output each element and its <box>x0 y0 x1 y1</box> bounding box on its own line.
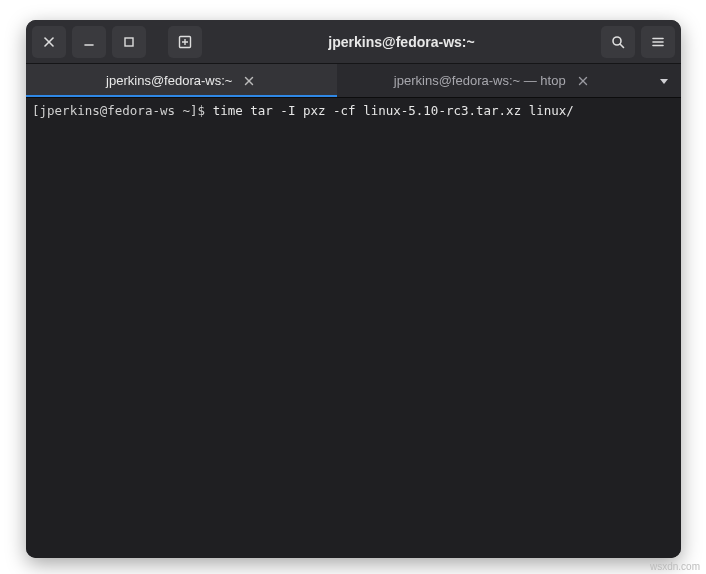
maximize-window-button[interactable] <box>112 26 146 58</box>
svg-line-8 <box>620 44 624 48</box>
minimize-window-button[interactable] <box>72 26 106 58</box>
titlebar: jperkins@fedora-ws:~ <box>26 20 681 64</box>
tab-bar: jperkins@fedora-ws:~ jperkins@fedora-ws:… <box>26 64 681 98</box>
shell-command: time tar -I pxz -cf linux-5.10-rc3.tar.x… <box>213 103 574 118</box>
watermark: wsxdn.com <box>650 561 700 572</box>
close-window-button[interactable] <box>32 26 66 58</box>
menu-button[interactable] <box>641 26 675 58</box>
tab-close-button[interactable] <box>576 74 590 88</box>
terminal-window: jperkins@fedora-ws:~ jperkins@fedora-ws:… <box>26 20 681 558</box>
tab-1[interactable]: jperkins@fedora-ws:~ <box>26 64 337 97</box>
close-icon <box>578 76 588 86</box>
terminal-output[interactable]: [jperkins@fedora-ws ~]$ time tar -I pxz … <box>26 98 681 558</box>
tab-label: jperkins@fedora-ws:~ — htop <box>394 73 566 88</box>
hamburger-icon <box>651 35 665 49</box>
close-icon <box>244 76 254 86</box>
window-title: jperkins@fedora-ws:~ <box>208 34 595 50</box>
search-button[interactable] <box>601 26 635 58</box>
maximize-icon <box>123 36 135 48</box>
minimize-icon <box>83 36 95 48</box>
new-tab-icon <box>178 35 192 49</box>
chevron-down-icon <box>658 75 670 87</box>
shell-prompt: [jperkins@fedora-ws ~]$ <box>32 103 213 118</box>
tab-label: jperkins@fedora-ws:~ <box>106 73 232 88</box>
tab-menu-button[interactable] <box>647 64 681 97</box>
search-icon <box>611 35 625 49</box>
new-tab-button[interactable] <box>168 26 202 58</box>
svg-rect-3 <box>125 38 133 46</box>
close-icon <box>43 36 55 48</box>
tab-close-button[interactable] <box>242 74 256 88</box>
svg-marker-16 <box>660 79 668 84</box>
tab-2[interactable]: jperkins@fedora-ws:~ — htop <box>337 64 648 97</box>
